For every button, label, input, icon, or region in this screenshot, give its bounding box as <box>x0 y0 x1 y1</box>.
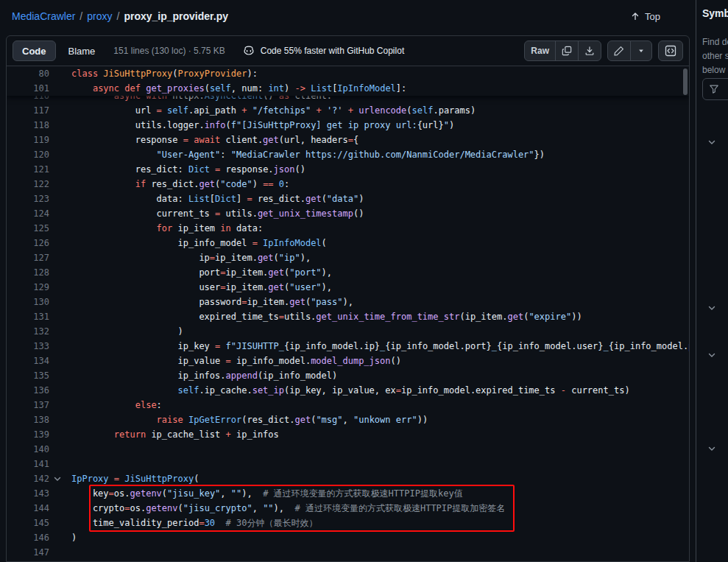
chevron-down-icon[interactable] <box>707 303 717 313</box>
file-view: Code Blame 151 lines (130 loc) · 5.75 KB… <box>6 35 690 562</box>
code-line: 142IpProxy = JiSuHttpProxy( <box>7 471 689 486</box>
raw-button[interactable]: Raw <box>524 41 556 61</box>
code-line: 136 self.ip_cache.set_ip(ip_key, ip_valu… <box>7 383 689 398</box>
back-to-top-button[interactable]: Top <box>630 11 660 22</box>
breadcrumb-folder-link[interactable]: proxy <box>87 10 112 22</box>
line-number[interactable]: 121 <box>7 162 49 177</box>
line-number[interactable]: 129 <box>7 280 49 295</box>
line-number[interactable]: 134 <box>7 354 49 368</box>
copilot-banner: Code 55% faster with GitHub Copilot <box>243 45 404 57</box>
code-text: raise IpGetError(res_dict.get("msg", "un… <box>49 412 428 427</box>
chevron-down-icon[interactable] <box>707 137 717 147</box>
download-icon <box>584 46 595 56</box>
line-number[interactable]: 123 <box>7 192 49 206</box>
code-line: 134 ip_value = ip_info_model.model_dump_… <box>7 354 689 368</box>
line-number[interactable]: 147 <box>7 545 49 560</box>
code-text: async def get_proxies(self, num: int) ->… <box>49 81 406 96</box>
code-line: 139 return ip_cache_list + ip_infos <box>7 427 689 442</box>
line-number[interactable]: 131 <box>7 309 49 324</box>
line-number[interactable]: 144 <box>7 501 49 516</box>
line-number[interactable]: 118 <box>7 118 49 133</box>
code-line: 145 time_validity_period=30 # 30分钟（最长时效） <box>7 516 689 530</box>
code-text: return ip_cache_list + ip_infos <box>49 427 279 442</box>
line-number[interactable]: 124 <box>7 206 49 221</box>
code-text: url = self.api_path + "/fetchips" + '?' … <box>49 103 476 118</box>
code-line: 140 <box>7 442 689 457</box>
code-text: port=ip_item.get("port"), <box>49 265 332 280</box>
line-number[interactable]: 138 <box>7 412 49 427</box>
sticky-lines: 80class JiSuHttpProxy(ProxyProvider):101… <box>7 66 689 96</box>
line-number[interactable]: 133 <box>7 339 49 354</box>
line-number[interactable]: 122 <box>7 177 49 192</box>
line-number[interactable]: 117 <box>7 103 49 118</box>
arrow-up-icon <box>630 11 640 21</box>
line-number[interactable]: 101 <box>7 81 49 96</box>
copilot-banner-text: Code 55% faster with GitHub Copilot <box>261 46 404 56</box>
line-number[interactable]: 143 <box>7 486 49 501</box>
line-number[interactable]: 137 <box>7 398 49 412</box>
code-text: crypto=os.getenv("jisu_crypto", ""), # 通… <box>49 501 505 516</box>
code-line: 120 "User-Agent": "MediaCrawler https://… <box>7 147 689 162</box>
code-text: ) <box>49 530 77 545</box>
line-number[interactable]: 80 <box>7 66 49 81</box>
code-text: else: <box>49 398 162 412</box>
code-line: 125 for ip_item in data: <box>7 221 689 236</box>
line-number[interactable]: 128 <box>7 265 49 280</box>
code-line: 121 res_dict: Dict = response.json() <box>7 162 689 177</box>
line-number[interactable]: 146 <box>7 530 49 545</box>
code-line: 124 current_ts = utils.get_unix_timestam… <box>7 206 689 221</box>
code-line: 123 data: List[Dict] = res_dict.get("dat… <box>7 192 689 206</box>
chevron-down-icon[interactable] <box>707 443 717 454</box>
line-number[interactable]: 126 <box>7 236 49 250</box>
line-number[interactable]: 136 <box>7 383 49 398</box>
code-text: if res_dict.get("code") == 0: <box>49 177 289 192</box>
download-button[interactable] <box>578 41 601 61</box>
page-header: MediaCrawler/proxy/proxy_ip_provider.py … <box>0 0 696 32</box>
code-line: 138 raise IpGetError(res_dict.get("msg",… <box>7 412 689 427</box>
line-number[interactable]: 140 <box>7 442 49 457</box>
symbols-pane-toggle-button[interactable] <box>658 41 683 61</box>
code-line: 141 <box>7 457 689 471</box>
edit-dropdown-button[interactable] <box>630 41 652 61</box>
code-line: 137 else: <box>7 398 689 412</box>
line-number[interactable]: 120 <box>7 147 49 162</box>
code-line: 143 key=os.getenv("jisu_key", ""), # 通过环… <box>7 486 689 501</box>
code-line: 101 async def get_proxies(self, num: int… <box>7 81 689 96</box>
tab-code[interactable]: Code <box>13 41 56 61</box>
copy-button[interactable] <box>555 41 579 61</box>
breadcrumb-file-name: proxy_ip_provider.py <box>124 10 228 22</box>
scrollbar-thumb[interactable] <box>683 69 688 95</box>
breadcrumb-repo-link[interactable]: MediaCrawler <box>12 10 75 22</box>
line-number[interactable]: 142 <box>7 471 49 486</box>
tab-blame[interactable]: Blame <box>59 41 105 61</box>
line-number[interactable]: 145 <box>7 516 49 530</box>
line-number[interactable]: 139 <box>7 427 49 442</box>
code-text <box>49 545 71 560</box>
code-text: data: List[Dict] = res_dict.get("data") <box>49 192 364 206</box>
line-number[interactable]: 132 <box>7 324 49 339</box>
back-to-top-label: Top <box>645 11 660 22</box>
main-column: MediaCrawler/proxy/proxy_ip_provider.py … <box>0 0 696 562</box>
chevron-down-icon[interactable] <box>707 350 717 360</box>
code-line: 130 password=ip_item.get("pass"), <box>7 295 689 309</box>
code-text: res_dict: Dict = response.json() <box>49 162 305 177</box>
line-number[interactable]: 141 <box>7 457 49 471</box>
pencil-icon <box>614 46 624 56</box>
line-number[interactable]: 130 <box>7 295 49 309</box>
code-text: "User-Agent": "MediaCrawler https://gith… <box>49 147 545 162</box>
code-text: ) <box>49 324 183 339</box>
line-number[interactable]: 119 <box>7 133 49 147</box>
code-line: 128 port=ip_item.get("port"), <box>7 265 689 280</box>
code-line: 122 if res_dict.get("code") == 0: <box>7 177 689 192</box>
line-number[interactable]: 125 <box>7 221 49 236</box>
line-number[interactable]: 135 <box>7 368 49 383</box>
edit-button[interactable] <box>607 41 631 61</box>
code-line: 80class JiSuHttpProxy(ProxyProvider): <box>7 66 689 81</box>
edit-group <box>607 41 652 61</box>
code-text: utils.logger.info(f"[JiSuHttpProxy] get … <box>49 118 454 133</box>
code-text: ip_infos.append(ip_info_model) <box>49 368 337 383</box>
code-text: IpProxy = JiSuHttpProxy( <box>49 471 199 486</box>
symbol-tree <box>696 0 728 562</box>
code-text: expired_time_ts=utils.get_unix_time_from… <box>49 309 582 324</box>
line-number[interactable]: 127 <box>7 250 49 265</box>
